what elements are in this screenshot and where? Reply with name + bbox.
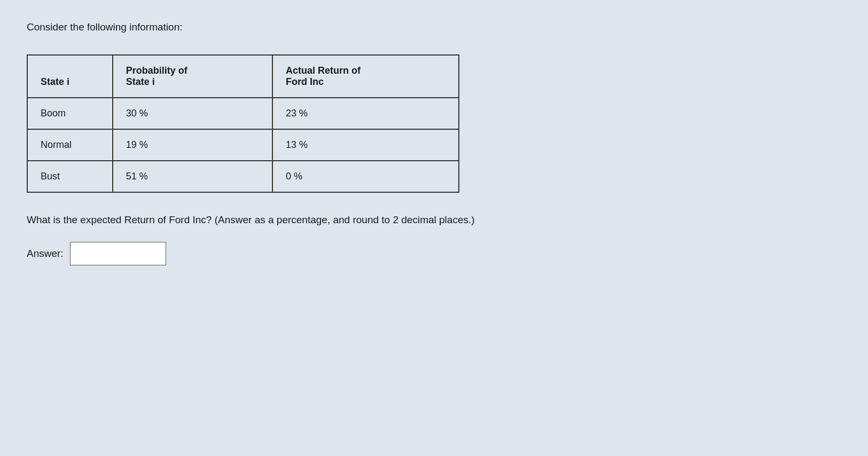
cell-state-2: Bust [27, 161, 113, 192]
cell-return-2: 0 % [272, 161, 459, 192]
intro-text: Consider the following information: [27, 21, 841, 33]
cell-probability-1: 19 % [113, 129, 272, 161]
question-text: What is the expected Return of Ford Inc?… [27, 214, 614, 226]
col-header-state: State i [27, 55, 113, 98]
table-header-row: State i Probability ofState i Actual Ret… [27, 55, 459, 98]
table-row: Boom30 %23 % [27, 98, 459, 129]
cell-probability-0: 30 % [113, 98, 272, 129]
answer-label: Answer: [27, 248, 64, 260]
cell-state-0: Boom [27, 98, 113, 129]
cell-return-1: 13 % [272, 129, 459, 161]
cell-probability-2: 51 % [113, 161, 272, 192]
cell-return-0: 23 % [272, 98, 459, 129]
answer-input[interactable] [70, 242, 166, 265]
col-header-return: Actual Return ofFord Inc [272, 55, 459, 98]
data-table-container: State i Probability ofState i Actual Ret… [27, 54, 841, 193]
table-row: Normal19 %13 % [27, 129, 459, 161]
answer-row: Answer: [27, 242, 841, 265]
data-table: State i Probability ofState i Actual Ret… [27, 54, 459, 193]
cell-state-1: Normal [27, 129, 113, 161]
col-header-probability: Probability ofState i [113, 55, 272, 98]
table-row: Bust51 %0 % [27, 161, 459, 192]
